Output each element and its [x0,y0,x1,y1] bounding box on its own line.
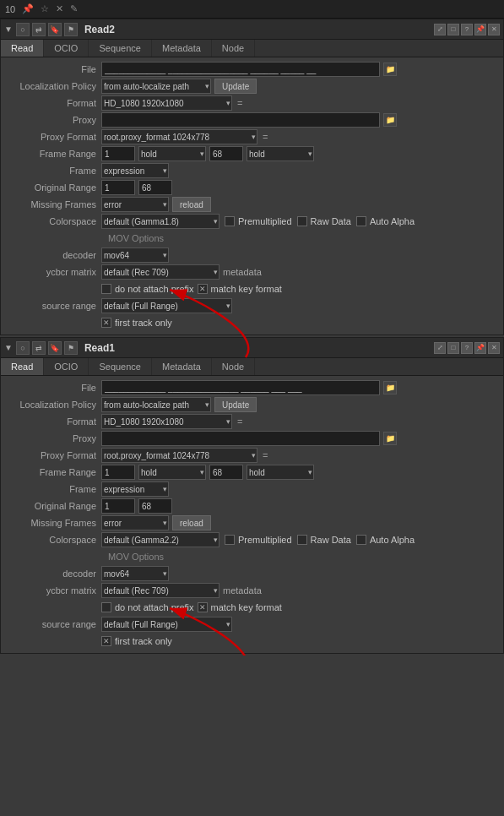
read2-file-input[interactable] [101,62,380,77]
read2-reload-button[interactable]: reload [172,197,211,212]
pencil-icon[interactable]: ✎ [70,3,78,14]
read2-frame-first-input[interactable] [101,146,135,161]
read1-ctrl-expand[interactable]: □ [447,342,459,354]
read1-tab-sequence[interactable]: Sequence [89,358,152,375]
read1-tab-read[interactable]: Read [1,358,44,375]
pin-icon[interactable]: 📌 [22,3,34,14]
read2-premultiplied-checkbox[interactable] [225,216,235,226]
read1-rawdata-checkbox[interactable] [297,535,307,545]
close-icon[interactable]: ✕ [56,3,63,14]
read1-original-first[interactable] [101,498,135,514]
read1-icon-circle[interactable]: ○ [16,341,30,355]
read1-tab-ocio[interactable]: OCIO [44,358,89,375]
read1-colorspace-select[interactable]: default (Gamma2.2) [101,532,219,547]
read2-colorspace-row: Colorspace default (Gamma1.8) Premultipl… [1,213,503,230]
read2-tab-sequence[interactable]: Sequence [89,40,152,57]
read2-proxy-input[interactable] [101,112,380,128]
read2-ycbcr-select[interactable]: default (Rec 709) [101,264,219,280]
read1-ctrl-resize[interactable]: ⤢ [434,342,446,354]
read2-proxy-browse-icon[interactable]: 📁 [383,113,397,127]
read2-update-button[interactable]: Update [214,79,257,94]
read2-missing-frames-select[interactable]: error [101,197,169,212]
read1-decoder-select[interactable]: mov64 [101,566,169,581]
read1-tab-node[interactable]: Node [212,358,255,375]
read1-file-input[interactable] [101,380,380,395]
read2-match-format-checkbox[interactable] [198,284,208,294]
read1-hold2-select[interactable]: hold [247,465,314,480]
read2-format-select[interactable]: HD_1080 1920x1080 [101,95,232,111]
read1-first-track-checkbox[interactable] [101,636,111,646]
read2-collapse-arrow[interactable]: ▼ [4,24,13,34]
read2-tab-read[interactable]: Read [1,40,44,57]
read1-missing-frames-select[interactable]: error [101,515,169,530]
read1-reload-button[interactable]: reload [172,515,211,530]
read2-icon-circle[interactable]: ○ [16,23,30,36]
read2-colorspace-select[interactable]: default (Gamma1.8) [101,214,219,229]
read2-autoalpha-checkbox[interactable] [356,216,366,226]
read2-ctrl-expand[interactable]: □ [447,24,459,35]
read2-decoder-select[interactable]: mov64 [101,248,169,263]
read1-hold1-select[interactable]: hold [138,465,206,480]
read1-metadata-text: metadata [223,585,262,596]
read1-icon-flag[interactable]: ⚑ [64,341,78,355]
read2-icon-flag[interactable]: ⚑ [64,23,78,36]
read1-proxy-format-eq[interactable]: = [261,450,269,460]
read1-icon-bookmark[interactable]: 🔖 [48,341,62,355]
read2-frame-last-input[interactable] [209,146,243,161]
star-icon[interactable]: ☆ [41,3,49,14]
read2-tab-metadata[interactable]: Metadata [152,40,212,57]
read2-original-first[interactable] [101,180,135,195]
read1-frame-row: Frame expression [1,481,503,498]
read1-proxy-browse-icon[interactable]: 📁 [383,432,397,445]
read1-ycbcr-select[interactable]: default (Rec 709) [101,583,219,598]
read1-format-content: HD_1080 1920x1080 = [101,414,500,429]
read2-ctrl-close[interactable]: ✕ [488,24,500,35]
read2-original-last[interactable] [138,180,172,195]
read1-update-button[interactable]: Update [214,397,257,412]
read1-premultiplied-checkbox[interactable] [225,535,235,545]
read2-rawdata-checkbox[interactable] [297,216,307,226]
read2-proxy-format-select[interactable]: root.proxy_format 1024x778 [101,129,257,144]
read2-proxy-format-eq[interactable]: = [261,132,269,142]
read1-localization-select[interactable]: from auto-localize path [101,397,211,412]
read1-format-select[interactable]: HD_1080 1920x1080 [101,414,232,429]
read1-ycbcr-row: ycbcr matrix default (Rec 709) metadata [1,582,503,599]
read1-collapse-arrow[interactable]: ▼ [4,343,13,352]
app-topbar: 10 📌 ☆ ✕ ✎ [0,0,504,19]
read2-localization-select[interactable]: from auto-localize path [101,79,211,94]
read1-proxy-input[interactable] [101,431,380,446]
read2-no-prefix-checkbox[interactable] [101,284,111,294]
read2-file-browse-icon[interactable]: 📁 [383,63,397,76]
read1-ctrl-close[interactable]: ✕ [488,342,500,354]
read1-source-range-select[interactable]: default (Full Range) [101,617,232,632]
read1-first-track-wrapper: first track only [101,636,172,646]
read2-hold2-select[interactable]: hold [247,146,314,161]
read1-file-browse-icon[interactable]: 📁 [383,381,397,394]
read1-ctrl-help[interactable]: ? [461,342,473,354]
read1-match-format-checkbox[interactable] [198,602,208,612]
read2-frame-select[interactable]: expression [101,163,169,178]
read1-format-eq[interactable]: = [236,416,244,427]
read2-tab-ocio[interactable]: OCIO [44,40,89,57]
read2-icon-arrows[interactable]: ⇄ [32,23,46,36]
read2-tab-node[interactable]: Node [212,40,255,57]
read1-original-last[interactable] [138,498,172,514]
read2-hold1-select[interactable]: hold [138,146,206,161]
read1-autoalpha-checkbox[interactable] [356,535,366,545]
read1-ctrl-pin[interactable]: 📌 [474,342,486,354]
read2-icon-bookmark[interactable]: 🔖 [48,23,62,36]
read1-frame-first-input[interactable] [101,465,135,480]
read1-frame-last-input[interactable] [209,465,243,480]
read2-ctrl-help[interactable]: ? [461,24,473,35]
read2-first-track-checkbox[interactable] [101,318,111,328]
read2-source-range-select[interactable]: default (Full Range) [101,298,232,313]
read1-icon-arrows[interactable]: ⇄ [32,341,46,355]
read2-format-eq[interactable]: = [236,98,244,108]
read1-ycbcr-label: ycbcr matrix [4,585,101,596]
read1-frame-select[interactable]: expression [101,481,169,497]
read1-proxy-format-select[interactable]: root.proxy_format 1024x778 [101,448,257,463]
read1-tab-metadata[interactable]: Metadata [152,358,212,375]
read2-ctrl-pin[interactable]: 📌 [474,24,486,35]
read2-ctrl-resize[interactable]: ⤢ [434,24,446,35]
read1-no-prefix-checkbox[interactable] [101,602,111,612]
